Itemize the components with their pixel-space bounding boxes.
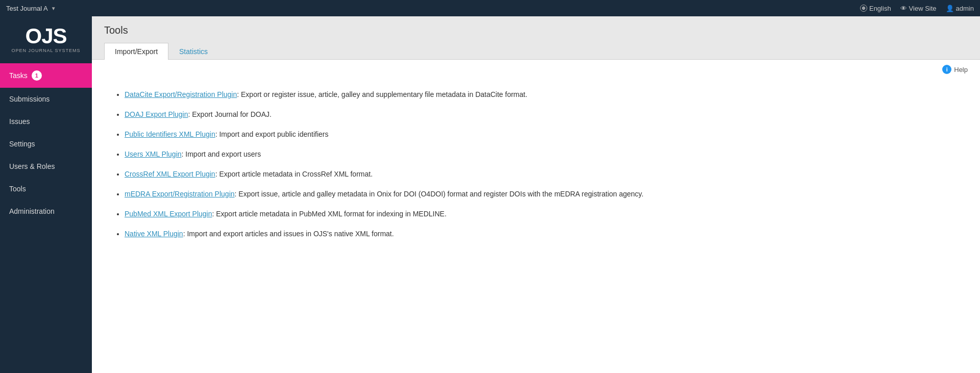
globe-icon: ⊕ xyxy=(860,5,867,12)
tabs: Import/Export Statistics xyxy=(104,42,968,59)
help-label: Help xyxy=(954,66,968,73)
user-icon: 👤 xyxy=(946,5,954,12)
crossref-plugin-link[interactable]: CrossRef XML Export Plugin xyxy=(125,170,215,178)
sidebar-item-users-roles[interactable]: Users & Roles xyxy=(0,155,92,178)
journal-selector[interactable]: Test Journal A ▼ xyxy=(6,5,56,12)
sidebar-item-submissions[interactable]: Submissions xyxy=(0,88,92,110)
main-content: DataCite Export/Registration Plugin: Exp… xyxy=(92,74,980,373)
list-item: mEDRA Export/Registration Plugin: Export… xyxy=(125,189,960,200)
admin-link[interactable]: 👤 admin xyxy=(946,5,974,12)
tab-statistics-label: Statistics xyxy=(179,47,208,56)
view-site-link[interactable]: 👁 View Site xyxy=(900,5,937,12)
sidebar-item-tasks[interactable]: Tasks 1 xyxy=(0,63,92,88)
users-xml-plugin-desc: : Import and export users xyxy=(182,150,261,158)
sidebar-users-roles-label: Users & Roles xyxy=(9,162,55,170)
content-wrapper: i Help DataCite Export/Registration Plug… xyxy=(92,60,980,373)
dropdown-arrow-icon: ▼ xyxy=(51,6,56,11)
help-button[interactable]: i Help xyxy=(942,65,968,74)
tab-import-export-label: Import/Export xyxy=(115,47,158,56)
sidebar-item-settings[interactable]: Settings xyxy=(0,133,92,155)
ojs-logo: OJS xyxy=(8,26,84,47)
medra-plugin-link[interactable]: mEDRA Export/Registration Plugin xyxy=(125,190,235,198)
medra-plugin-desc: : Export issue, article and galley metad… xyxy=(235,190,644,198)
page-title: Tools xyxy=(104,24,968,36)
sidebar-item-tools[interactable]: Tools xyxy=(0,178,92,200)
list-item: DOAJ Export Plugin: Export Journal for D… xyxy=(125,109,960,120)
sidebar: OJS OPEN JOURNAL SYSTEMS Tasks 1 Submiss… xyxy=(0,16,92,373)
sidebar-tools-label: Tools xyxy=(9,185,26,193)
tab-import-export[interactable]: Import/Export xyxy=(104,43,168,60)
main-layout: OJS OPEN JOURNAL SYSTEMS Tasks 1 Submiss… xyxy=(0,16,980,373)
sidebar-item-issues[interactable]: Issues xyxy=(0,110,92,133)
list-item: Public Identifiers XML Plugin: Import an… xyxy=(125,129,960,140)
sidebar-logo: OJS OPEN JOURNAL SYSTEMS xyxy=(0,16,92,59)
journal-name: Test Journal A xyxy=(6,5,48,12)
list-item: DataCite Export/Registration Plugin: Exp… xyxy=(125,89,960,100)
public-identifiers-plugin-desc: : Import and export public identifiers xyxy=(215,130,329,138)
eye-icon: 👁 xyxy=(900,5,907,12)
users-xml-plugin-link[interactable]: Users XML Plugin xyxy=(125,150,182,158)
tasks-badge: 1 xyxy=(32,70,42,81)
sidebar-submissions-label: Submissions xyxy=(9,95,50,103)
tab-statistics[interactable]: Statistics xyxy=(168,43,218,60)
admin-label: admin xyxy=(956,5,974,12)
top-bar-right: ⊕ English 👁 View Site 👤 admin xyxy=(860,5,974,12)
sidebar-administration-label: Administration xyxy=(9,207,55,215)
language-label: English xyxy=(869,5,891,12)
sidebar-issues-label: Issues xyxy=(9,117,30,126)
list-item: PubMed XML Export Plugin: Export article… xyxy=(125,209,960,219)
list-item: CrossRef XML Export Plugin: Export artic… xyxy=(125,169,960,180)
datacite-plugin-link[interactable]: DataCite Export/Registration Plugin xyxy=(125,90,237,98)
pubmed-plugin-desc: : Export article metadata in PubMed XML … xyxy=(212,210,446,218)
help-icon: i xyxy=(942,65,951,74)
view-site-label: View Site xyxy=(909,5,937,12)
help-btn-container: i Help xyxy=(92,60,980,74)
language-selector[interactable]: ⊕ English xyxy=(860,5,891,12)
sidebar-tasks-label: Tasks xyxy=(9,71,28,80)
sidebar-nav: Tasks 1 Submissions Issues Settings User… xyxy=(0,63,92,222)
ojs-subtitle: OPEN JOURNAL SYSTEMS xyxy=(8,48,84,53)
doaj-plugin-desc: : Export Journal for DOAJ. xyxy=(188,110,272,118)
doaj-plugin-link[interactable]: DOAJ Export Plugin xyxy=(125,110,188,118)
crossref-plugin-desc: : Export article metadata in CrossRef XM… xyxy=(215,170,373,178)
pubmed-plugin-link[interactable]: PubMed XML Export Plugin xyxy=(125,210,212,218)
list-item: Native XML Plugin: Import and export art… xyxy=(125,229,960,239)
sidebar-item-administration[interactable]: Administration xyxy=(0,200,92,222)
content-area: Tools Import/Export Statistics i Help xyxy=(92,16,980,373)
list-item: Users XML Plugin: Import and export user… xyxy=(125,149,960,160)
top-bar: Test Journal A ▼ ⊕ English 👁 View Site 👤… xyxy=(0,0,980,16)
sidebar-settings-label: Settings xyxy=(9,140,35,148)
page-header: Tools Import/Export Statistics xyxy=(92,16,980,60)
datacite-plugin-desc: : Export or register issue, article, gal… xyxy=(237,90,527,98)
public-identifiers-plugin-link[interactable]: Public Identifiers XML Plugin xyxy=(125,130,215,138)
native-xml-plugin-desc: : Import and export articles and issues … xyxy=(183,230,394,238)
plugin-list: DataCite Export/Registration Plugin: Exp… xyxy=(112,89,960,239)
native-xml-plugin-link[interactable]: Native XML Plugin xyxy=(125,230,183,238)
